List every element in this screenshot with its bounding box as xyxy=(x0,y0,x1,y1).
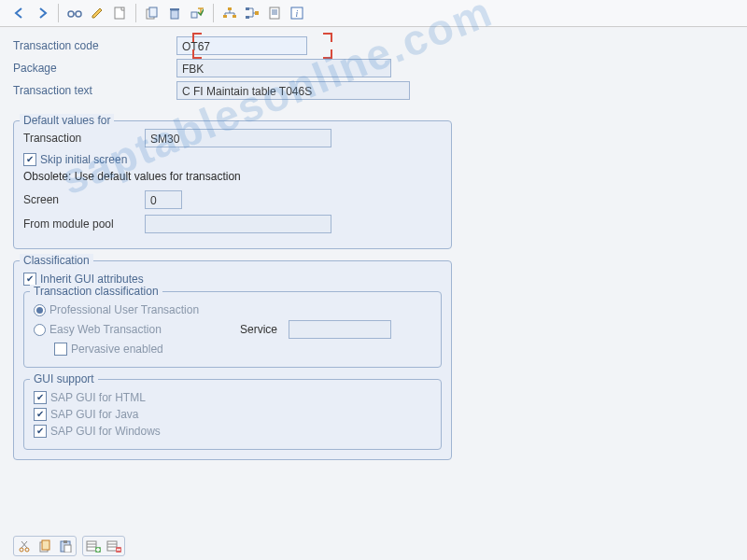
svg-rect-27 xyxy=(87,541,96,551)
skip-initial-screen-label: Skip initial screen xyxy=(40,153,127,166)
module-pool-field[interactable] xyxy=(145,215,331,233)
svg-rect-26 xyxy=(64,545,71,553)
transaction-classification-subgroup: Transaction classification Professional … xyxy=(23,291,442,368)
separator xyxy=(213,4,214,22)
svg-rect-13 xyxy=(255,11,259,15)
svg-rect-31 xyxy=(107,541,117,551)
package-label: Package xyxy=(13,62,176,75)
screen-field[interactable]: 0 xyxy=(145,190,182,209)
svg-point-21 xyxy=(25,548,29,552)
separator xyxy=(135,4,136,22)
gui-win-label: SAP GUI for Windows xyxy=(50,425,161,438)
gui-win-row[interactable]: SAP GUI for Windows xyxy=(34,425,431,438)
professional-row[interactable]: Professional User Transaction xyxy=(34,303,431,316)
gui-support-title: GUI support xyxy=(30,372,98,385)
classification-group: Classification Inherit GUI attributes Tr… xyxy=(13,260,452,460)
gui-support-subgroup: GUI support SAP GUI for HTML SAP GUI for… xyxy=(23,379,442,450)
bottom-toolbar xyxy=(13,536,125,556)
svg-text:i: i xyxy=(296,8,299,19)
default-values-group: Default values for Transaction SM30 Skip… xyxy=(13,120,452,249)
gui-html-label: SAP GUI for HTML xyxy=(50,391,146,404)
default-values-title: Default values for xyxy=(20,114,114,127)
svg-point-20 xyxy=(20,548,23,552)
easyweb-label: Easy Web Transaction xyxy=(49,323,236,336)
cut-icon[interactable] xyxy=(14,537,35,555)
svg-rect-14 xyxy=(270,7,279,19)
default-transaction-field[interactable]: SM30 xyxy=(145,129,331,147)
svg-rect-8 xyxy=(228,7,232,10)
documentation-icon[interactable] xyxy=(264,4,285,22)
transaction-text-field[interactable]: C FI Maintain table T046S xyxy=(176,81,410,100)
svg-rect-12 xyxy=(246,16,249,19)
inherit-gui-label: Inherit GUI attributes xyxy=(40,273,144,286)
package-field[interactable]: FBK xyxy=(176,59,391,77)
header-form: Transaction code OT67 Package FBK Transa… xyxy=(0,27,747,109)
check-icon[interactable] xyxy=(187,4,207,22)
where-used-icon[interactable] xyxy=(242,4,262,22)
module-pool-label: From module pool xyxy=(23,217,145,231)
professional-label: Professional User Transaction xyxy=(49,303,199,316)
transaction-code-field[interactable]: OT67 xyxy=(176,36,307,55)
gui-win-checkbox[interactable] xyxy=(34,425,47,438)
svg-rect-2 xyxy=(115,7,124,19)
svg-rect-25 xyxy=(63,540,67,543)
svg-rect-4 xyxy=(149,7,157,17)
glasses-display-icon[interactable] xyxy=(64,4,85,22)
skip-initial-screen-row[interactable]: Skip initial screen xyxy=(23,153,442,166)
svg-point-0 xyxy=(68,11,74,17)
service-field[interactable] xyxy=(289,320,391,339)
page-new-icon[interactable] xyxy=(109,4,130,22)
skip-initial-screen-checkbox[interactable] xyxy=(23,153,36,166)
service-label: Service xyxy=(240,323,277,336)
hierarchy-icon[interactable] xyxy=(219,4,240,22)
pervasive-label: Pervasive enabled xyxy=(71,343,163,356)
separator xyxy=(58,4,59,22)
inherit-row[interactable]: Inherit GUI attributes xyxy=(23,273,442,286)
classification-title: Classification xyxy=(20,254,93,267)
insert-row-icon[interactable] xyxy=(83,537,104,555)
svg-rect-10 xyxy=(233,15,236,18)
svg-rect-6 xyxy=(170,8,179,10)
delete-row-icon[interactable] xyxy=(104,537,124,555)
copy-clip-icon[interactable] xyxy=(35,537,55,555)
professional-radio[interactable] xyxy=(34,304,46,316)
easyweb-radio[interactable] xyxy=(34,324,46,336)
transaction-classification-title: Transaction classification xyxy=(30,285,162,298)
svg-rect-5 xyxy=(171,10,178,19)
obsolete-text: Obsolete: Use default values for transac… xyxy=(23,170,442,183)
pervasive-row[interactable]: Pervasive enabled xyxy=(54,343,431,356)
svg-rect-23 xyxy=(42,540,49,550)
application-toolbar: i xyxy=(0,0,747,27)
gui-java-label: SAP GUI for Java xyxy=(50,408,138,421)
gui-html-checkbox[interactable] xyxy=(34,391,47,404)
default-transaction-label: Transaction xyxy=(23,132,145,145)
transaction-code-label: Transaction code xyxy=(13,39,176,52)
pencil-change-icon[interactable] xyxy=(87,4,107,22)
paste-icon[interactable] xyxy=(55,537,76,555)
delete-icon[interactable] xyxy=(164,4,185,22)
forward-icon[interactable] xyxy=(32,4,52,22)
inherit-gui-checkbox[interactable] xyxy=(23,273,36,286)
svg-rect-7 xyxy=(191,12,197,18)
gui-java-row[interactable]: SAP GUI for Java xyxy=(34,408,431,421)
svg-point-1 xyxy=(76,11,81,17)
easyweb-row[interactable]: Easy Web Transaction Service xyxy=(34,320,431,339)
pervasive-checkbox[interactable] xyxy=(54,343,67,356)
gui-html-row[interactable]: SAP GUI for HTML xyxy=(34,391,431,404)
transaction-text-label: Transaction text xyxy=(13,84,176,97)
back-icon[interactable] xyxy=(9,4,30,22)
copy-icon[interactable] xyxy=(142,4,162,22)
svg-rect-9 xyxy=(223,15,227,18)
info-icon[interactable]: i xyxy=(287,4,307,22)
gui-java-checkbox[interactable] xyxy=(34,408,47,421)
screen-label: Screen xyxy=(23,193,145,206)
svg-rect-11 xyxy=(246,7,249,10)
